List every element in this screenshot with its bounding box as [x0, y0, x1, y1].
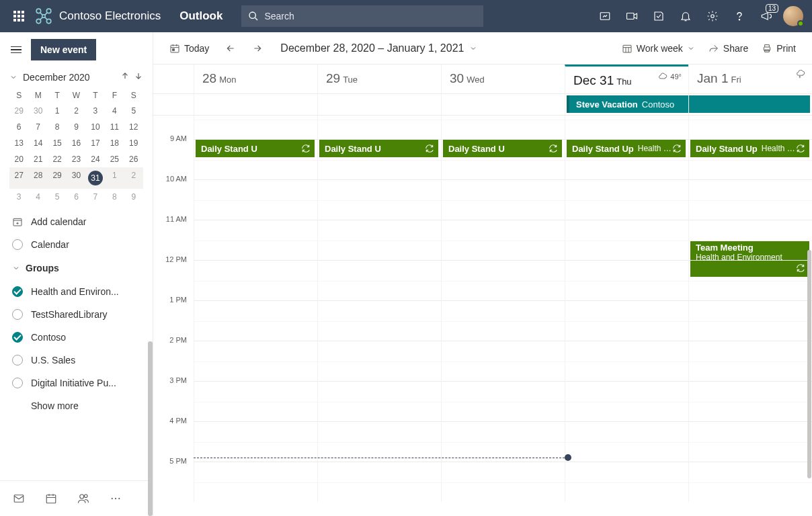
time-slot[interactable] — [441, 260, 565, 300]
time-slot[interactable] — [194, 381, 317, 421]
time-slot[interactable] — [441, 179, 565, 220]
mini-day-cell[interactable]: 26 — [124, 151, 143, 167]
mini-day-cell[interactable]: 18 — [105, 135, 124, 151]
mini-day-cell[interactable]: 3 — [86, 103, 105, 119]
day-header[interactable]: 29Tue — [317, 64, 441, 93]
account-button[interactable] — [780, 0, 807, 32]
date-range-picker[interactable]: December 28, 2020 – January 1, 2021 — [280, 42, 477, 54]
time-slot[interactable] — [317, 260, 441, 300]
day-header[interactable]: Dec 31Thu49° — [565, 64, 688, 93]
time-slot[interactable] — [565, 421, 688, 462]
mini-day-cell[interactable]: 22 — [48, 151, 67, 167]
calendar-event[interactable]: Daily Stand U — [196, 140, 315, 157]
time-slot[interactable] — [317, 341, 441, 381]
group-calendar-item[interactable]: Health and Environ... — [0, 280, 153, 303]
mini-day-cell[interactable]: 25 — [105, 151, 124, 167]
mini-day-cell[interactable]: 30 — [67, 167, 85, 189]
time-slot[interactable] — [688, 300, 812, 341]
time-slot[interactable] — [194, 220, 317, 260]
mini-day-cell[interactable]: 30 — [28, 103, 47, 119]
time-slot[interactable] — [441, 220, 565, 260]
weather-loading-icon[interactable] — [796, 70, 805, 79]
time-slot[interactable] — [565, 179, 688, 220]
group-checkbox[interactable] — [12, 309, 23, 320]
mini-day-cell[interactable]: 29 — [9, 103, 28, 119]
mini-day-cell[interactable]: 2 — [124, 167, 143, 189]
settings-icon[interactable] — [699, 0, 726, 32]
more-modules-button[interactable] — [102, 486, 129, 511]
day-header[interactable]: Jan 1Fri — [688, 64, 812, 93]
time-slot[interactable] — [441, 300, 565, 341]
weather-indicator[interactable]: 49° — [658, 72, 682, 81]
group-checkbox[interactable] — [12, 355, 23, 366]
time-slot[interactable]: Team MeetingHealth and Environment — [688, 220, 812, 260]
prev-month-button[interactable] — [120, 71, 130, 83]
announcements-icon[interactable]: 13 — [753, 0, 780, 32]
mini-day-cell[interactable]: 3 — [9, 189, 28, 205]
time-slot[interactable] — [688, 421, 812, 462]
mini-day-cell[interactable]: 12 — [124, 119, 143, 135]
mini-day-cell[interactable]: 7 — [86, 189, 105, 205]
time-slot[interactable] — [565, 341, 688, 381]
calendar-event[interactable]: Daily Stand UpHealth and Environ — [690, 140, 809, 157]
mini-day-cell[interactable]: 20 — [9, 151, 28, 167]
mini-day-cell[interactable]: 14 — [28, 135, 47, 151]
time-slot[interactable]: Daily Stand U — [317, 139, 441, 179]
time-slot[interactable]: Daily Stand UpHealth and Environment — [565, 139, 688, 179]
time-slot[interactable] — [441, 116, 565, 139]
show-more-button[interactable]: Show more — [0, 394, 153, 417]
time-slot[interactable] — [688, 341, 812, 381]
mini-day-cell[interactable]: 15 — [48, 135, 67, 151]
tasks-icon[interactable] — [645, 0, 672, 32]
time-slot[interactable] — [441, 341, 565, 381]
mini-day-cell[interactable]: 27 — [9, 167, 28, 189]
calendar-event[interactable]: Daily Stand U — [443, 140, 562, 157]
new-event-button[interactable]: New event — [31, 39, 96, 60]
calendar-event[interactable]: Daily Stand U — [319, 140, 438, 157]
time-slot[interactable] — [194, 341, 317, 381]
group-calendar-item[interactable]: Contoso — [0, 326, 153, 349]
calendar-scrollbar[interactable] — [807, 250, 811, 478]
time-slot[interactable] — [688, 381, 812, 421]
app-launcher-button[interactable] — [5, 0, 32, 32]
time-slot[interactable] — [565, 116, 688, 139]
mini-day-cell[interactable]: 13 — [9, 135, 28, 151]
time-slot[interactable] — [194, 260, 317, 300]
time-slot[interactable] — [317, 116, 441, 139]
time-slot[interactable] — [317, 381, 441, 421]
group-checkbox[interactable] — [12, 378, 23, 388]
group-calendar-item[interactable]: Digital Initiative Pu... — [0, 372, 153, 394]
nav-toggle-button[interactable] — [8, 42, 24, 58]
today-button[interactable]: Today — [164, 39, 214, 58]
share-button[interactable]: Share — [703, 39, 754, 58]
view-switcher[interactable]: Work week — [616, 39, 700, 58]
allday-row[interactable]: Steve Vacation Contoso — [153, 94, 812, 116]
time-slot[interactable] — [565, 260, 688, 300]
time-slot[interactable] — [317, 300, 441, 341]
calendar-module-button[interactable] — [38, 486, 65, 511]
time-slot[interactable] — [317, 179, 441, 220]
meet-now-icon[interactable] — [618, 0, 645, 32]
notifications-icon[interactable] — [672, 0, 699, 32]
print-button[interactable]: Print — [756, 39, 801, 58]
mini-day-cell[interactable]: 4 — [28, 189, 47, 205]
help-icon[interactable] — [726, 0, 753, 32]
mini-day-cell[interactable]: 1 — [105, 167, 124, 189]
people-module-button[interactable] — [70, 486, 97, 511]
time-slot[interactable] — [441, 462, 565, 502]
time-slot[interactable]: Daily Stand U — [441, 139, 565, 179]
mini-day-cell[interactable]: 28 — [28, 167, 47, 189]
mini-day-cell[interactable]: 5 — [48, 189, 67, 205]
time-slot[interactable] — [441, 421, 565, 462]
teams-call-icon[interactable] — [592, 0, 618, 32]
mini-day-cell[interactable]: 9 — [67, 119, 85, 135]
mini-day-cell[interactable]: 2 — [67, 103, 85, 119]
group-calendar-item[interactable]: TestSharedLibrary — [0, 303, 153, 326]
next-month-button[interactable] — [134, 71, 143, 83]
mini-day-cell[interactable]: 29 — [48, 167, 67, 189]
search-input[interactable] — [264, 11, 477, 22]
mini-day-cell[interactable]: 7 — [28, 119, 47, 135]
groups-section-header[interactable]: Groups — [0, 256, 153, 280]
day-header[interactable]: 28Mon — [194, 64, 317, 93]
time-slot[interactable] — [317, 220, 441, 260]
